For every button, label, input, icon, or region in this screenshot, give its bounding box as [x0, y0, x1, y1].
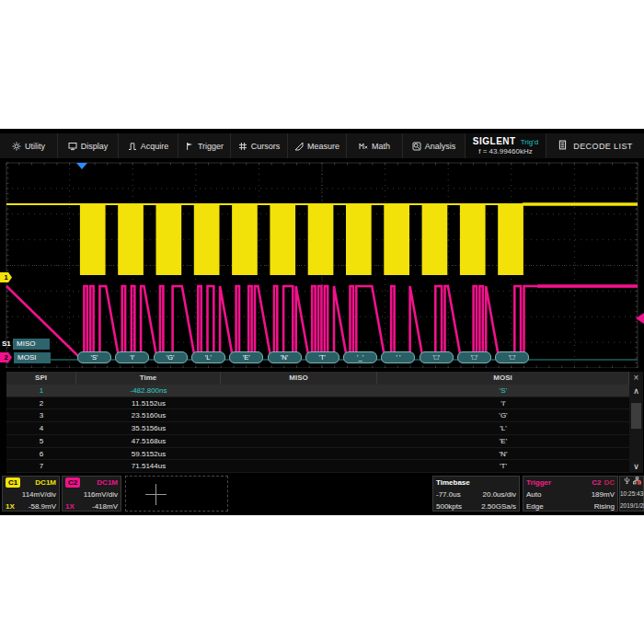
- table-row[interactable]: 323.5160us'G': [6, 409, 629, 422]
- table-cell: 47.5168us: [76, 435, 221, 447]
- menu-item-acquire[interactable]: Acquire: [119, 133, 178, 158]
- add-plus-icon: [155, 484, 156, 505]
- menu-item-label: Analysis: [425, 142, 456, 151]
- menu-item-measure[interactable]: Measure: [288, 133, 347, 158]
- waveform-display: [0, 158, 644, 368]
- brand-logo: SIGLENT: [473, 136, 516, 146]
- table-cell: 'T': [377, 460, 629, 472]
- table-cell: 71.5144us: [76, 460, 221, 472]
- bus-s1-label: S1: [2, 339, 11, 348]
- channel-box-c2[interactable]: C2DC1M116mV/div1X-418mV: [62, 476, 121, 512]
- table-cell: 5: [6, 435, 76, 447]
- menu-item-cursors[interactable]: Cursors: [231, 133, 288, 158]
- table-row[interactable]: 435.5156us'L': [6, 422, 629, 435]
- frequency-counter: f = 43.99460kHz: [478, 147, 532, 155]
- table-cell: 59.5152us: [76, 448, 221, 460]
- trigger-title: Trigger: [526, 477, 551, 489]
- table-cell: [221, 422, 377, 434]
- timebase-box[interactable]: Timebase -77.0us 20.0us/div 500kpts 2.50…: [432, 476, 520, 512]
- bus-mosi-label[interactable]: MOSI: [14, 352, 51, 363]
- channel-scale: 116mV/div: [84, 489, 118, 500]
- decode-bubble: 'L': [191, 351, 225, 363]
- decode-bubble: ' ': [381, 351, 415, 363]
- menu-item-label: Display: [81, 142, 109, 151]
- table-cell: [221, 397, 377, 409]
- table-column-header: Time: [76, 372, 221, 385]
- trigger-level-marker[interactable]: [636, 313, 644, 324]
- table-cell: 'S': [377, 385, 629, 397]
- table-cell: 2: [6, 397, 76, 409]
- channel-coupling: DC1M: [97, 477, 118, 489]
- flag-icon: [185, 142, 194, 151]
- table-cell: 4: [6, 422, 76, 434]
- channel-offset: -58.9mV: [29, 500, 56, 512]
- scroll-up-icon[interactable]: ∧: [629, 385, 643, 397]
- trigger-mode: Auto: [526, 489, 541, 500]
- menu-bar: UtilityDisplayAcquireTriggerCursorsMeasu…: [0, 133, 644, 158]
- display-icon: [68, 142, 77, 151]
- channel-scale: 114mV/div: [22, 489, 56, 500]
- trigger-level: 189mV: [592, 489, 615, 500]
- table-row[interactable]: 547.5168us'E': [6, 435, 629, 448]
- decode-table: SPITimeMISOMOSI 1-482.800ns'S'211.5152us…: [6, 372, 629, 473]
- menu-item-analysis[interactable]: Analysis: [403, 133, 466, 158]
- table-cell: 'G': [377, 409, 629, 421]
- decode-bubble: 'N': [268, 351, 302, 363]
- menu-item-math[interactable]: Math: [347, 133, 403, 158]
- table-cell: 'N': [377, 448, 629, 460]
- table-cell: 35.5156us: [76, 422, 221, 434]
- menu-item-label: Trigger: [198, 142, 224, 151]
- trigger-status: Trig'd: [521, 138, 538, 146]
- decode-bubble: '□': [495, 351, 529, 363]
- decode-table-header: SPITimeMISOMOSI: [6, 372, 629, 385]
- menu-item-label: Measure: [307, 142, 339, 151]
- decode-bubble: 'G': [154, 351, 188, 363]
- menu-items: UtilityDisplayAcquireTriggerCursorsMeasu…: [0, 133, 466, 158]
- table-cell: 1: [6, 385, 76, 397]
- menu-item-label: Utility: [25, 142, 45, 151]
- table-column-header: MISO: [221, 372, 377, 385]
- channel-attenuation: 1X: [6, 500, 15, 512]
- trigger-position-marker[interactable]: [76, 163, 87, 169]
- channel-box-c1[interactable]: C1DC1M114mV/div1X-58.9mV: [2, 476, 60, 512]
- table-cell: 11.5152us: [76, 397, 221, 409]
- channel-offset: -418mV: [92, 500, 118, 512]
- menu-item-trigger[interactable]: Trigger: [178, 133, 231, 158]
- table-column-header: MOSI: [377, 372, 629, 385]
- menu-item-label: Cursors: [251, 142, 281, 151]
- decode-list-icon-slot: [558, 140, 568, 152]
- timebase-scale: 20.0us/div: [483, 489, 516, 500]
- measure-icon: [294, 142, 304, 151]
- decode-bubble: '_': [343, 351, 377, 363]
- trigger-coupling: DC: [604, 478, 615, 487]
- c2-mosi-trace: [6, 286, 638, 359]
- decode-bubble: '□': [457, 351, 491, 363]
- menu-item-display[interactable]: Display: [58, 133, 119, 158]
- usb-icon: [623, 477, 631, 485]
- table-row[interactable]: 1-482.800ns'S': [6, 385, 629, 397]
- clock-time: 10:25:43: [620, 488, 643, 500]
- menu-item-label: Math: [372, 142, 390, 151]
- bus-miso-label[interactable]: MISO: [13, 339, 50, 350]
- trigger-slope: Rising: [594, 500, 615, 512]
- timebase-title: Timebase: [436, 477, 470, 489]
- menu-item-utility[interactable]: Utility: [0, 133, 58, 158]
- decode-bubble: '□': [420, 351, 454, 363]
- cursors-icon: [238, 142, 247, 151]
- scrollbar-thumb[interactable]: [631, 403, 641, 429]
- table-scrollbar[interactable]: × ∧ ∨: [629, 372, 643, 473]
- decode-list-button[interactable]: DECODE LIST: [546, 133, 644, 158]
- trigger-box[interactable]: Trigger C2DC Auto 189mV Edge Rising: [523, 476, 618, 512]
- trigger-type: Edge: [526, 500, 544, 512]
- add-channel-box[interactable]: [125, 476, 228, 512]
- table-row[interactable]: 659.5152us'N': [6, 448, 629, 461]
- table-row[interactable]: 211.5152us'I': [6, 397, 629, 410]
- decode-bubble: 'T': [305, 351, 339, 363]
- clock-box[interactable]: 10:25:43 2019/1/28: [619, 476, 644, 512]
- scroll-down-icon[interactable]: ∨: [629, 460, 643, 473]
- close-icon[interactable]: ×: [629, 372, 643, 385]
- table-row[interactable]: 771.5144us'T': [6, 460, 629, 473]
- status-block: SIGLENT Trig'd f = 43.99460kHz: [466, 133, 546, 158]
- math-icon: [359, 142, 368, 151]
- decode-bubble: 'S': [77, 351, 111, 363]
